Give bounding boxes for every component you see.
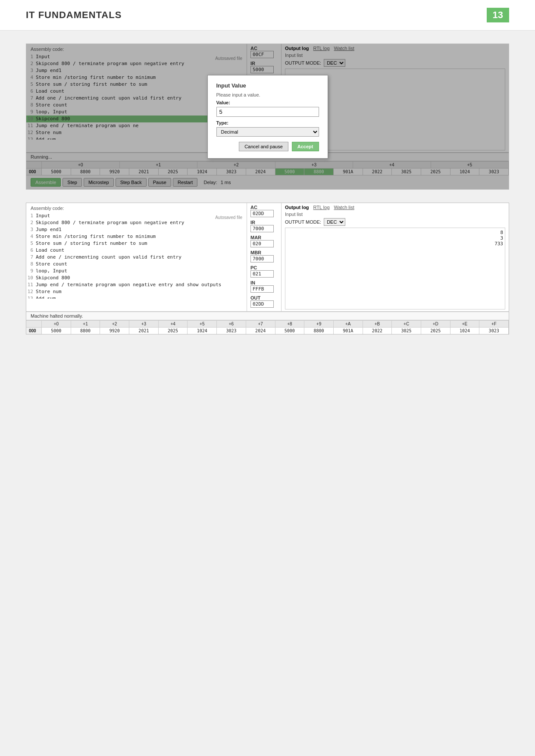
log-entry: 733	[287, 241, 503, 247]
reg-mbr-2: MBR 7000	[250, 250, 278, 262]
mem-cell: 3025	[392, 328, 421, 334]
modal-type-select-1[interactable]: Decimal Hexadecimal Binary	[216, 127, 319, 137]
code-line: 12Store num	[26, 288, 247, 295]
mem-header-cell: +E	[451, 321, 480, 327]
modal-box-1: Input Value Please input a value. Value:…	[207, 75, 328, 159]
modal-title-1: Input Value	[216, 82, 319, 89]
line-code: Jump end1	[36, 226, 247, 233]
log-content-2: 83733	[285, 228, 505, 309]
mem-header-cell: +C	[392, 321, 421, 327]
modal-buttons-1: Cancel and pause Accept	[216, 142, 319, 151]
reg-mar-value-2: 020	[250, 240, 274, 247]
input-list-label-2: Input list	[285, 212, 505, 217]
assembly-area-2: Assembly code: Autosaved file 1Input2Ski…	[26, 203, 247, 311]
mem-header-cell: +0	[42, 321, 71, 327]
page-number: 13	[487, 8, 509, 22]
output-mode-row-2: OUTPUT MODE: DEC HEX BIN	[285, 218, 505, 226]
code-line: 2Skipcond 800 / terminate program upon n…	[26, 219, 247, 226]
tab-rtl-log-2[interactable]: RTL log	[313, 205, 330, 210]
output-mode-select-2[interactable]: DEC HEX BIN	[324, 218, 345, 226]
status-bar-2: Machine halted normally.	[26, 312, 509, 320]
mem-header-cell: +6	[217, 321, 246, 327]
line-code: Skipcond 800	[36, 275, 247, 281]
mem-header-row-2: +0+1+2+3+4+5+6+7+8+9+A+B+C+D+E+F	[26, 321, 509, 328]
mem-cell: 1024	[188, 328, 217, 334]
sim-top-2: Assembly code: Autosaved file 1Input2Ski…	[26, 203, 509, 312]
output-mode-label-2: OUTPUT MODE:	[285, 219, 321, 225]
reg-ac-2: AC 02DD	[250, 205, 278, 217]
reg-ir-label-2: IR	[250, 220, 278, 225]
line-code: Store count	[36, 261, 247, 268]
reg-mbr-value-2: 7000	[250, 255, 274, 262]
line-number: 2	[26, 219, 36, 226]
reg-mbr-label-2: MBR	[250, 250, 278, 255]
mem-cell: 3023	[217, 328, 246, 334]
mem-header-cell: +F	[479, 321, 509, 327]
line-code: Store sum / storing first number to sum	[36, 240, 247, 247]
modal-accept-btn-1[interactable]: Accept	[292, 142, 319, 151]
mem-cell: 2021	[129, 328, 159, 334]
reg-in-2: IN FFFB	[250, 280, 278, 293]
line-code: Jump end / terminate program upon negati…	[36, 281, 247, 288]
code-line: 13Add sum	[26, 295, 247, 299]
reg-ir-2: IR 7000	[250, 220, 278, 232]
mem-header-cell: +3	[129, 321, 159, 327]
line-number: 10	[26, 275, 36, 281]
modal-value-input-1[interactable]	[216, 107, 319, 117]
mem-cell: 5000	[275, 328, 305, 334]
log-area-2: Output log RTL log Watch list Input list…	[282, 203, 509, 311]
mem-header-cell: +D	[421, 321, 451, 327]
line-number: 1	[26, 212, 36, 219]
modal-subtitle-1: Please input a value.	[216, 92, 319, 97]
line-code: Load count	[36, 247, 247, 254]
mem-cell: 8800	[71, 328, 100, 334]
mem-header-cell: +2	[100, 321, 129, 327]
tab-output-log-2[interactable]: Output log	[285, 205, 309, 210]
mem-header-cell: +A	[334, 321, 363, 327]
line-number: 9	[26, 268, 36, 275]
mem-cell: 2024	[246, 328, 275, 334]
line-number: 5	[26, 240, 36, 247]
code-line: 9loop, Input	[26, 268, 247, 275]
line-number: 8	[26, 261, 36, 268]
reg-out-2: OUT 02DD	[250, 295, 278, 308]
line-number: 12	[26, 288, 36, 295]
mem-addr-2: 000	[26, 328, 42, 334]
mem-cell: 2025	[159, 328, 188, 334]
mem-cell: 2025	[421, 328, 451, 334]
line-code: Skipcond 800 / terminate program upon ne…	[36, 219, 247, 226]
line-code: Store num	[36, 288, 247, 295]
code-line: 10Skipcond 800	[26, 275, 247, 281]
line-code: loop, Input	[36, 268, 247, 275]
line-number: 3	[26, 226, 36, 233]
mem-cell: 2022	[363, 328, 392, 334]
code-line: 8Store count	[26, 261, 247, 268]
reg-mar-label-2: MAR	[250, 235, 278, 240]
line-code: Store min /storing first number to minim…	[36, 233, 247, 240]
reg-pc-value-2: 021	[250, 270, 274, 278]
reg-pc-2: PC 021	[250, 265, 278, 278]
log-entry: 8	[287, 230, 503, 235]
tab-watch-list-2[interactable]: Watch list	[334, 205, 354, 210]
mem-cell: 1024	[451, 328, 480, 334]
registers-area-2: AC 02DD IR 7000 MAR 020 MBR 7000 PC 02	[247, 203, 282, 311]
mem-header-cell: +B	[363, 321, 392, 327]
line-code: Add sum	[36, 295, 247, 299]
mem-header-cell: +1	[71, 321, 100, 327]
reg-out-label-2: OUT	[250, 295, 278, 300]
code-line: 5Store sum / storing first number to sum	[26, 240, 247, 247]
line-number: 4	[26, 233, 36, 240]
code-line: 4Store min /storing first number to mini…	[26, 233, 247, 240]
mem-header-cell: +5	[188, 321, 217, 327]
mem-header-cell: +7	[246, 321, 275, 327]
line-code: Input	[36, 212, 247, 219]
code-line: 1Input	[26, 212, 247, 219]
line-number: 7	[26, 254, 36, 261]
page-header: IT FUNDAMENTALS 13	[0, 0, 535, 31]
code-line: 11Jump end / terminate program upon nega…	[26, 281, 247, 288]
mem-cell: 5000	[42, 328, 71, 334]
code-editor-2: 1Input2Skipcond 800 / terminate program …	[26, 212, 247, 299]
reg-mar-2: MAR 020	[250, 235, 278, 247]
modal-cancel-btn-1[interactable]: Cancel and pause	[239, 142, 288, 151]
content-area: Assembly code: Autosaved file 1Input2Ski…	[0, 31, 535, 347]
